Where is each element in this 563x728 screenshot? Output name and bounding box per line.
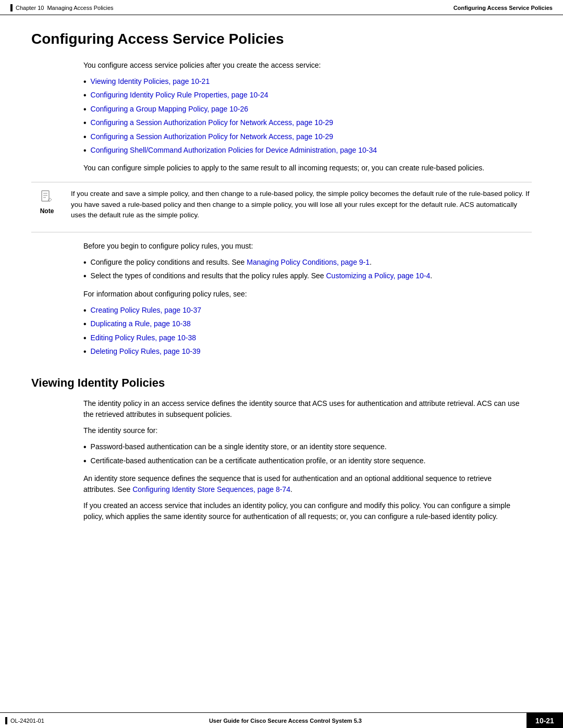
- list-item: Duplicating a Rule, page 10-38: [83, 318, 521, 330]
- section2-content: The identity policy in an access service…: [83, 398, 521, 522]
- before-section: Before you begin to configure policy rul…: [83, 241, 521, 357]
- footer-left: OL-24201-01: [0, 713, 44, 728]
- note-box: Note If you create and save a simple pol…: [31, 182, 532, 232]
- page-header: Chapter 10 Managing Access Policies Conf…: [0, 0, 563, 15]
- header-right-title: Configuring Access Service Policies: [454, 5, 553, 11]
- footer-center-text: User Guide for Cisco Secure Access Contr…: [44, 713, 527, 728]
- before-items-list: Configure the policy conditions and resu…: [83, 257, 521, 282]
- list-item: Configuring a Group Mapping Policy, page…: [83, 104, 521, 115]
- intro-link-2[interactable]: Configuring Identity Policy Rule Propert…: [91, 90, 268, 101]
- header-left: Chapter 10 Managing Access Policies: [10, 4, 114, 11]
- list-item: Creating Policy Rules, page 10-37: [83, 305, 521, 316]
- svg-line-4: [50, 198, 52, 200]
- header-bar-icon: [10, 4, 13, 11]
- chapter-title: Managing Access Policies: [47, 5, 113, 11]
- list-item: Configure the policy conditions and resu…: [83, 257, 521, 268]
- list-item: Configuring a Session Authorization Poli…: [83, 117, 521, 129]
- list-item: Configuring a Session Authorization Poli…: [83, 131, 521, 143]
- list-item: Certificate-based authentication can be …: [83, 455, 521, 467]
- before-link-1[interactable]: Managing Policy Conditions, page 9-1: [247, 258, 370, 266]
- intro-text: You configure access service policies af…: [83, 60, 521, 71]
- note-icon-column: Note: [31, 189, 63, 215]
- simple-policy-text: You can configure simple policies to app…: [83, 163, 521, 174]
- intro-link-3[interactable]: Configuring a Group Mapping Policy, page…: [91, 104, 248, 115]
- intro-link-6[interactable]: Configuring Shell/Command Authorization …: [91, 145, 377, 156]
- footer-page-number: 10-21: [527, 713, 563, 728]
- for-info-text: For information about configuring policy…: [83, 289, 521, 300]
- chapter-label: Chapter 10: [16, 5, 44, 11]
- for-info-links-list: Creating Policy Rules, page 10-37 Duplic…: [83, 305, 521, 358]
- intro-link-4[interactable]: Configuring a Session Authorization Poli…: [91, 117, 333, 128]
- for-info-link-1[interactable]: Creating Policy Rules, page 10-37: [91, 305, 201, 316]
- list-item: Password-based authentication can be a s…: [83, 441, 521, 453]
- list-item: Configuring Shell/Command Authorization …: [83, 145, 521, 156]
- list-item: Configuring Identity Policy Rule Propert…: [83, 90, 521, 101]
- before-link-2[interactable]: Customizing a Policy, page 10-4: [326, 272, 431, 280]
- svg-rect-0: [42, 191, 49, 201]
- before-item-2-plain: Select the types of conditions and resul…: [91, 270, 433, 281]
- section2-item-1: Password-based authentication can be a s…: [91, 441, 387, 452]
- list-item: Select the types of conditions and resul…: [83, 270, 521, 282]
- list-item: Editing Policy Rules, page 10-38: [83, 332, 521, 344]
- intro-link-1[interactable]: Viewing Identity Policies, page 10-21: [91, 76, 210, 87]
- intro-section: You configure access service policies af…: [83, 60, 521, 174]
- section2-para3: If you created an access service that in…: [83, 500, 521, 522]
- intro-link-5[interactable]: Configuring a Session Authorization Poli…: [91, 131, 333, 142]
- main-content: Configuring Access Service Policies You …: [0, 15, 563, 559]
- section2-title: Viewing Identity Policies: [31, 376, 532, 390]
- section2-para2-suffix: .: [290, 485, 292, 493]
- section2-items-list: Password-based authentication can be a s…: [83, 441, 521, 467]
- section2-para2: An identity store sequence defines the s…: [83, 473, 521, 495]
- list-item: Deleting Policy Rules, page 10-39: [83, 346, 521, 357]
- intro-links-list: Viewing Identity Policies, page 10-21 Co…: [83, 76, 521, 156]
- section2-para1: The identity policy in an access service…: [83, 398, 521, 420]
- for-info-link-4[interactable]: Deleting Policy Rules, page 10-39: [91, 346, 201, 357]
- for-info-link-3[interactable]: Editing Policy Rules, page 10-38: [91, 332, 196, 343]
- list-item: Viewing Identity Policies, page 10-21: [83, 76, 521, 88]
- page-footer: OL-24201-01 User Guide for Cisco Secure …: [0, 712, 563, 728]
- for-info-link-2[interactable]: Duplicating a Rule, page 10-38: [91, 318, 191, 329]
- before-item-1-plain: Configure the policy conditions and resu…: [91, 257, 372, 268]
- section2-item-2: Certificate-based authentication can be …: [91, 455, 426, 466]
- note-text: If you create and save a simple policy, …: [71, 189, 532, 220]
- note-pencil-icon: [39, 189, 55, 205]
- section2-identity-source: The identity source for:: [83, 425, 521, 436]
- footer-bar-icon: [5, 717, 7, 724]
- footer-doc-number: OL-24201-01: [10, 718, 44, 724]
- section2-para2-link[interactable]: Configuring Identity Store Sequences, pa…: [132, 485, 290, 493]
- page-title: Configuring Access Service Policies: [31, 31, 532, 47]
- before-text: Before you begin to configure policy rul…: [83, 241, 521, 252]
- note-label: Note: [40, 207, 54, 215]
